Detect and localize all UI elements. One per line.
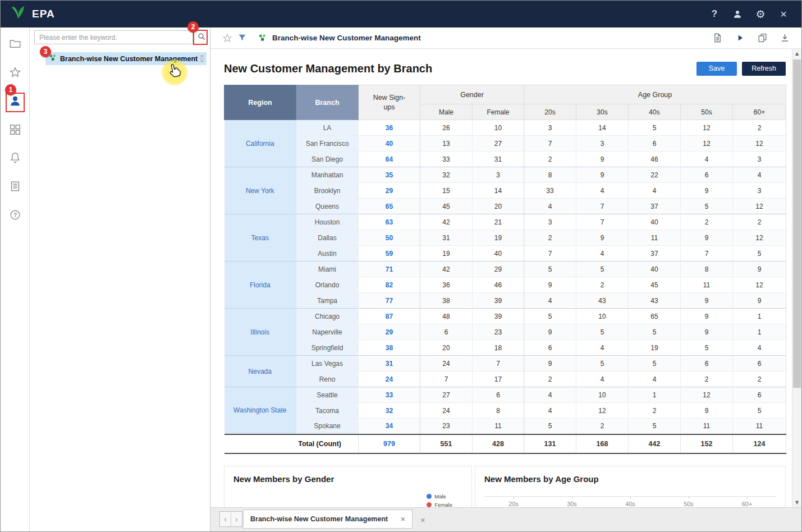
download-icon[interactable]: [779, 33, 790, 44]
filter-icon[interactable]: [236, 33, 248, 44]
branch-cell: Reno: [296, 372, 359, 387]
document-icon[interactable]: [712, 33, 723, 44]
user-icon[interactable]: [732, 7, 743, 21]
tree-item-window-icon[interactable]: [201, 56, 203, 62]
refresh-button[interactable]: Refresh: [742, 62, 786, 76]
new-signups-cell: 35: [359, 167, 420, 183]
col-header-20s: 20s: [524, 104, 576, 120]
value-cell: 4: [576, 372, 629, 387]
value-cell: 9: [576, 230, 629, 246]
value-cell: 37: [629, 199, 681, 214]
tab-prev-icon[interactable]: ‹: [220, 512, 231, 526]
value-cell: 5: [681, 340, 733, 356]
region-cell: New York: [224, 167, 296, 214]
value-cell: 7: [681, 246, 733, 262]
region-cell: Texas: [224, 214, 296, 262]
table-row: Naperville2962395591: [224, 324, 786, 340]
col-header-female: Female: [473, 104, 524, 120]
vertical-scrollbar[interactable]: ▲ ▼: [792, 49, 801, 507]
value-cell: 4: [733, 340, 786, 356]
close-all-tabs-icon[interactable]: ×: [420, 515, 425, 525]
scroll-down-icon[interactable]: ▼: [792, 498, 801, 507]
value-cell: 5: [629, 120, 681, 136]
branch-cell: Naperville: [296, 324, 359, 340]
dashboard-icon[interactable]: [9, 123, 21, 136]
copy-icon[interactable]: [757, 33, 768, 44]
tab-next-icon[interactable]: ›: [231, 512, 242, 526]
female-dot-icon: [427, 502, 432, 507]
value-cell: 6: [733, 387, 786, 403]
value-cell: 6: [681, 167, 733, 183]
new-signups-cell: 36: [359, 120, 420, 136]
region-cell: Nevada: [224, 356, 296, 387]
value-cell: 17: [473, 372, 524, 387]
value-cell: 8: [524, 167, 576, 183]
value-cell: 12: [733, 136, 786, 152]
value-cell: 7: [420, 372, 473, 387]
col-header-30s: 30s: [576, 104, 629, 120]
scrollbar-thumb[interactable]: [793, 59, 801, 388]
value-cell: 5: [576, 356, 629, 372]
value-cell: 5: [524, 419, 576, 434]
new-signups-cell: 38: [359, 340, 420, 356]
table-row: CaliforniaLA3626103145122: [224, 120, 786, 136]
value-cell: 10: [473, 120, 524, 136]
report-title: Branch-wise New Customer Management: [272, 34, 421, 42]
search-input[interactable]: [34, 30, 193, 44]
value-cell: 12: [733, 199, 786, 214]
favorite-star-icon[interactable]: [222, 33, 233, 44]
save-button[interactable]: Save: [696, 62, 737, 76]
table-body: CaliforniaLA3626103145122San Francisco40…: [224, 120, 786, 434]
value-cell: 40: [473, 246, 524, 262]
value-cell: 9: [681, 230, 733, 246]
main-area: Branch-wise New Customer Management: [210, 27, 801, 531]
legend-item-female: Female: [427, 502, 452, 508]
tab-branch-report[interactable]: Branch-wise New Customer Management ×: [243, 510, 413, 529]
annotation-box-step1: [6, 93, 25, 112]
legend-item-male: Male: [427, 493, 452, 499]
report-list-icon[interactable]: [9, 180, 21, 192]
help-icon[interactable]: ?: [709, 7, 720, 21]
scroll-up-icon[interactable]: ▲: [792, 49, 801, 58]
value-cell: 33: [420, 152, 473, 167]
value-cell: 5: [629, 324, 681, 340]
tab-close-icon[interactable]: ×: [401, 515, 405, 524]
value-cell: 5: [576, 262, 629, 277]
value-cell: 14: [576, 120, 629, 136]
value-cell: 3: [524, 120, 576, 136]
col-header-60plus: 60+: [733, 104, 786, 120]
star-icon[interactable]: [9, 66, 21, 79]
value-cell: 5: [524, 262, 576, 277]
age-axis-label: 40s: [601, 498, 659, 507]
table-row: NevadaLas Vegas3124795566: [224, 356, 786, 372]
value-cell: 5: [681, 199, 733, 214]
value-cell: 6: [733, 356, 786, 372]
value-cell: 46: [629, 152, 681, 167]
value-cell: 9: [681, 403, 733, 419]
close-icon[interactable]: ×: [778, 7, 789, 21]
gear-icon[interactable]: ⚙: [755, 7, 766, 21]
branch-cell: Brooklyn: [296, 183, 359, 199]
table-row: San Francisco4013277361212: [224, 136, 786, 152]
col-header-new-signups: New Sign-ups: [359, 85, 420, 120]
run-icon[interactable]: [734, 33, 745, 44]
table-row: Brooklyn291514334493: [224, 183, 786, 199]
help-circle-icon[interactable]: ?: [9, 209, 21, 221]
value-cell: 26: [420, 120, 473, 136]
value-cell: 3: [473, 167, 524, 183]
value-cell: 4: [524, 293, 576, 309]
value-cell: 48: [420, 309, 473, 324]
value-cell: 13: [420, 136, 473, 152]
value-cell: 9: [733, 293, 786, 309]
bell-icon[interactable]: [9, 152, 21, 164]
value-cell: 11: [733, 419, 786, 434]
value-cell: 20: [473, 199, 524, 214]
value-cell: 4: [524, 199, 576, 214]
branch-cell: Tacoma: [296, 403, 359, 419]
new-signups-cell: 29: [359, 324, 420, 340]
value-cell: 21: [473, 214, 524, 230]
value-cell: 42: [420, 214, 473, 230]
value-cell: 7: [576, 214, 629, 230]
folder-icon[interactable]: [9, 38, 21, 50]
value-cell: 2: [733, 120, 786, 136]
